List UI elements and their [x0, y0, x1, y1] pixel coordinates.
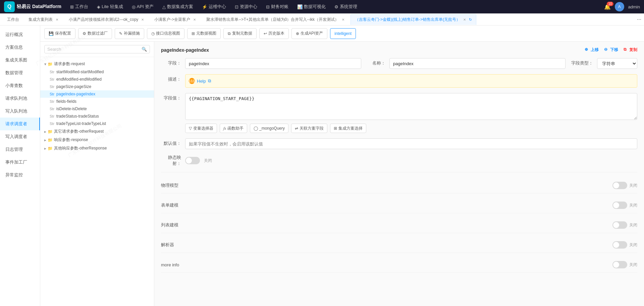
value-textarea[interactable]: {{PAGINATION_START_PAGE}} [185, 93, 637, 120]
tab-close-jike-yun[interactable]: ✕ [462, 17, 467, 22]
static-toggle-label: 关闭 [204, 158, 212, 164]
nav-lite[interactable]: ◈ Lite 轻集成 [94, 2, 126, 11]
tree-node-pageSize[interactable]: Str pageSize-pageSize [40, 83, 154, 90]
form-toggle-switch[interactable] [612, 202, 627, 209]
tree-node-startModified[interactable]: Str startModified-startModified [40, 68, 154, 76]
copy-meta-button[interactable]: ⧉ 复制元数据 [223, 28, 257, 39]
desc-row: 描述： 111 Help ⧉ [161, 74, 637, 88]
tab-more-button[interactable]: ⋯ [634, 17, 644, 22]
nav-viz[interactable]: 📊 数据可视化 [294, 2, 329, 11]
tree-node-label: isDelete-isDelete [56, 106, 87, 111]
api-icon: ◎ [132, 4, 136, 9]
scheme-select-button[interactable]: ⊞ 集成方案选择 [330, 124, 366, 133]
tree-node-pageIndex[interactable]: Str pageIndex-pageIndex [40, 90, 154, 98]
sidebar-item-data-mgmt[interactable]: 数据管理 [0, 67, 40, 79]
user-avatar[interactable]: A [615, 2, 624, 11]
meta-view-button[interactable]: ⊞ 元数据视图 [187, 28, 221, 39]
physical-toggle-switch[interactable] [612, 182, 627, 189]
nav-system[interactable]: ⚙ 系统管理 [331, 2, 361, 11]
tree-node-fields[interactable]: Str fields-fields [40, 98, 154, 105]
notification-bell[interactable]: 🔔 10 [604, 4, 611, 10]
tree-node-tradeStatus[interactable]: Str tradeStatus-tradeStatus [40, 113, 154, 120]
sidebar-item-solution-info[interactable]: 方案信息 [0, 41, 40, 54]
static-toggle-switch[interactable] [185, 157, 200, 164]
refresh-icon[interactable]: ↻ [469, 17, 472, 22]
link-field-button[interactable]: ⇌ 关联方案字段 [291, 124, 327, 133]
tab-workbench[interactable]: 工作台 [3, 14, 23, 25]
tab-close-jushuitan[interactable]: ✕ [341, 17, 345, 22]
tab-close-xiaoman-customer[interactable]: ✕ [192, 17, 197, 22]
tab-jike-yun[interactable]: （吉客云奇门->金蝶)(线上)销售订单->销售出库单(无批号） ✕ ↻ [351, 14, 476, 25]
interface-view-button[interactable]: ◷ 接口信息视图 [147, 28, 184, 39]
data-filter-button[interactable]: ⚙ 数据过滤厂 [78, 28, 112, 39]
type-tag-str: Str [50, 77, 54, 81]
toggle-right-form: 关闭 [612, 202, 637, 209]
sidebar-item-log-mgmt[interactable]: 日志管理 [0, 143, 40, 156]
function-helper-button[interactable]: 𝑓𝑥 函数助手 [220, 124, 247, 133]
tab-solution-list[interactable]: 集成方案列表 ✕ [24, 14, 64, 25]
tree-node-endModified[interactable]: Str endModified-endModified [40, 76, 154, 83]
tree-node-label: 其它请求参数-otherRequest [54, 129, 104, 134]
physical-toggle-track [612, 182, 627, 189]
field-input[interactable] [185, 58, 361, 69]
default-input[interactable] [185, 138, 637, 149]
desc-copy-icon[interactable]: ⧉ [208, 78, 211, 84]
type-select[interactable]: 字符串 [597, 58, 637, 69]
history-version-button[interactable]: ↩ 历史版本 [259, 28, 289, 39]
gen-api-button[interactable]: ⊕ 生成API资产 [291, 28, 327, 39]
move-up-button[interactable]: 上移 [591, 47, 599, 53]
tab-close-xiaoman-product[interactable]: ✕ [140, 17, 145, 22]
workbench-icon: ⊞ [70, 4, 74, 9]
nav-ops[interactable]: ⚡ 运维中心 [199, 2, 229, 11]
sidebar-item-event-factory[interactable]: 事件加工厂 [0, 156, 40, 169]
sidebar-item-write-queue[interactable]: 写入队列池 [0, 105, 40, 118]
sidebar-item-request-scheduler[interactable]: 请求调度者 [0, 118, 40, 130]
tree-node-otherResponse[interactable]: ▸ 📁 其他响应参数-otherResponse [40, 144, 154, 152]
more-toggle-thumb [613, 262, 619, 268]
tab-jushuitan[interactable]: 聚水潭销售出库单-->T+其他出库单（店铺为0）合并写入--ikk（开发测试） … [202, 14, 350, 25]
desc-area: 111 Help ⧉ [185, 74, 637, 88]
form-toggle-track [612, 202, 627, 209]
list-toggle-switch[interactable] [612, 221, 627, 229]
tab-xiaoman-product[interactable]: 小满产品对接领狐祥衣测试2---ok_copy ✕ [64, 14, 149, 25]
sidebar-item-exception-monitor[interactable]: 异常监控 [0, 169, 40, 181]
more-toggle-switch[interactable] [612, 261, 627, 268]
ops-icon: ⚡ [202, 4, 207, 9]
repair-button[interactable]: ✎ 补漏措施 [115, 28, 144, 39]
parser-toggle-switch[interactable] [612, 241, 627, 249]
save-config-button[interactable]: 💾 保存配置 [44, 28, 75, 39]
nav-data-collect[interactable]: △ 数据集成方案 [159, 2, 197, 11]
folder-icon: 📁 [48, 129, 53, 134]
copy-icon: ⧉ [624, 47, 627, 53]
search-input-wrap[interactable]: 🔍 [44, 45, 150, 53]
sidebar-item-request-queue[interactable]: 请求队列池 [0, 92, 40, 105]
nav-api[interactable]: ◎ API 资产 [128, 2, 157, 11]
tree-node-request-folder[interactable]: ▾ 📁 请求参数-request [40, 60, 154, 68]
nav-resource[interactable]: ⊡ 资源中心 [231, 2, 261, 11]
sidebar-item-overview[interactable]: 运行概况 [0, 28, 40, 41]
tree-node-tradeTypeList[interactable]: Str tradeTypeList-tradeTypeList [40, 120, 154, 127]
tab-close-solution-list[interactable]: ✕ [55, 17, 59, 22]
sidebar-item-xiaoqing[interactable]: 小青查数 [0, 79, 40, 92]
tree-node-isDelete[interactable]: Str isDelete-isDelete [40, 105, 154, 113]
search-icon: 🔍 [142, 47, 147, 52]
tab-xiaoman-customer[interactable]: 小满客户->全渠客户 ✕ [150, 14, 201, 25]
app-logo[interactable]: Q 轻易云 DataPlatform [4, 1, 61, 12]
tree-node-otherRequest[interactable]: ▸ 📁 其它请求参数-otherRequest [40, 127, 154, 136]
variable-selector-button[interactable]: ▽ 变量选择器 [185, 124, 217, 133]
name-input[interactable] [389, 58, 566, 69]
copy-button[interactable]: 复制 [629, 47, 637, 53]
sidebar-item-relation-graph[interactable]: 集成关系图 [0, 54, 40, 67]
chevron-right-icon: ▸ [44, 129, 46, 134]
link-icon: ⇌ [295, 126, 298, 131]
mongo-query-button[interactable]: ◯ _mongoQuery [250, 124, 288, 133]
nav-workbench[interactable]: ⊞ 工作台 [67, 2, 92, 11]
interface-icon: ◷ [151, 31, 155, 36]
nav-finance[interactable]: ⊟ 财务对账 [263, 2, 292, 11]
search-input[interactable] [47, 47, 142, 52]
move-down-button[interactable]: 下移 [610, 47, 618, 53]
tree-node-response[interactable]: ▸ 📁 响应参数-response [40, 136, 154, 144]
sidebar-item-write-scheduler[interactable]: 写入调度者 [0, 130, 40, 143]
intelligent-button[interactable]: intelligent [330, 28, 356, 39]
desc-help-text[interactable]: Help [197, 79, 206, 84]
